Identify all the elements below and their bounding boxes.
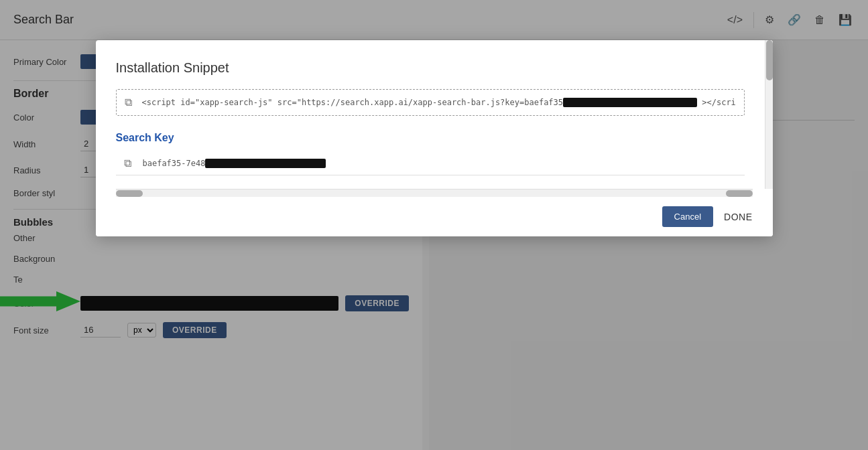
- modal-title: Installation Snippet: [116, 60, 745, 76]
- horizontal-scrollbar[interactable]: [116, 189, 753, 197]
- key-copy-icon[interactable]: ⧉: [124, 157, 136, 169]
- modal-vertical-scrollbar[interactable]: [765, 40, 773, 189]
- snippet-box: ⧉ <script id="xapp-search-js" src="https…: [116, 89, 745, 116]
- modal-content: Installation Snippet ⧉ <script id="xapp-…: [96, 40, 765, 189]
- search-key-title: Search Key: [116, 132, 745, 144]
- main-page: Search Bar </> ⚙ 🔗 🗑 💾 Primary Color DEF…: [0, 0, 868, 450]
- h-scrollbar-thumb-left[interactable]: [116, 190, 143, 197]
- done-button[interactable]: DONE: [724, 212, 752, 222]
- modal-scrollbar-thumb[interactable]: [766, 40, 773, 80]
- key-box: ⧉ baefaf35-7e48: [116, 152, 745, 175]
- h-scrollbar-thumb-right[interactable]: [726, 190, 753, 197]
- cancel-button[interactable]: Cancel: [662, 206, 713, 227]
- modal-inner: Installation Snippet ⧉ <script id="xapp-…: [96, 40, 773, 189]
- search-key-section: Search Key ⧉ baefaf35-7e48: [116, 132, 745, 175]
- key-text: baefaf35-7e48: [143, 159, 326, 169]
- snippet-copy-icon[interactable]: ⧉: [125, 96, 137, 108]
- modal-overlay: Installation Snippet ⧉ <script id="xapp-…: [0, 0, 868, 450]
- snippet-text: <script id="xapp-search-js" src="https:/…: [142, 98, 736, 108]
- modal-footer: Cancel DONE: [96, 197, 773, 236]
- modal: Installation Snippet ⧉ <script id="xapp-…: [96, 40, 773, 236]
